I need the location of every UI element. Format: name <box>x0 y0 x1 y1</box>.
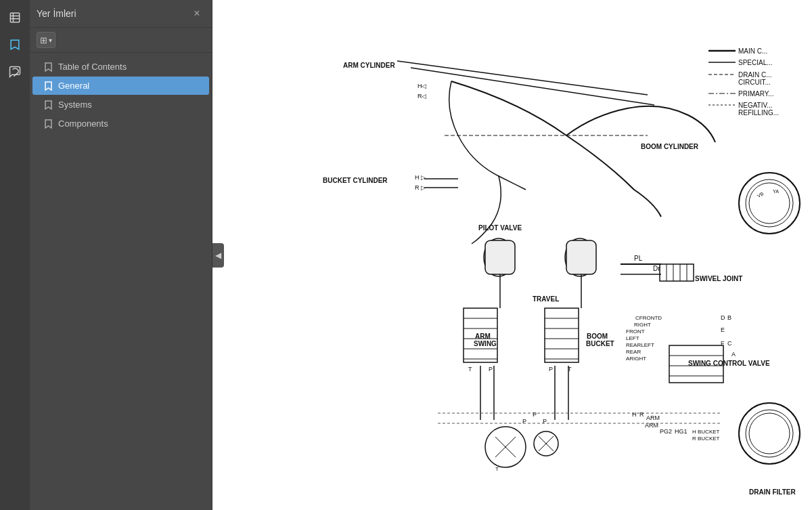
svg-text:VB: VB <box>757 191 765 198</box>
svg-rect-41 <box>485 240 515 274</box>
main-content: ◀ 2. HYDRAULIC SYSTEM DIAGRAM AUTOPDF.NE… <box>212 0 812 510</box>
layers-button[interactable] <box>3 5 27 30</box>
svg-text:BUCKET: BUCKET <box>586 340 614 347</box>
sidebar-item-toc[interactable]: Table of Contents <box>32 58 209 76</box>
svg-text:CIRCUIT...: CIRCUIT... <box>738 79 771 86</box>
svg-point-96 <box>749 183 790 224</box>
bookmark-icon-components <box>43 119 53 129</box>
svg-text:H ▷: H ▷ <box>415 174 426 181</box>
sidebar-header: Yer İmleri × <box>30 0 212 28</box>
svg-rect-0 <box>10 13 19 22</box>
svg-text:FRONT: FRONT <box>626 328 645 335</box>
svg-text:HG1: HG1 <box>675 428 687 435</box>
svg-text:DRAIN C...: DRAIN C... <box>738 71 771 79</box>
sidebar-item-label-toc: Table of Contents <box>58 62 127 72</box>
svg-text:REARLEFT: REARLEFT <box>626 342 654 348</box>
svg-text:R ▷: R ▷ <box>415 184 426 191</box>
svg-text:DRAIN FILTER: DRAIN FILTER <box>749 488 796 496</box>
bookmark-icon-general <box>43 81 53 91</box>
sidebar-item-components[interactable]: Components <box>32 114 209 133</box>
svg-text:CFRONTD: CFRONTD <box>635 315 662 321</box>
sidebar-item-systems[interactable]: Systems <box>32 95 209 114</box>
svg-text:P: P <box>522 418 526 425</box>
svg-text:MAIN C...: MAIN C... <box>738 47 767 55</box>
svg-point-100 <box>746 410 793 457</box>
svg-text:PILOT VALVE: PILOT VALVE <box>478 224 522 232</box>
attachments-button[interactable] <box>3 60 27 84</box>
svg-text:R◁: R◁ <box>418 93 427 100</box>
bookmark-icon-toc <box>43 62 53 72</box>
svg-text:PG2: PG2 <box>660 428 672 435</box>
svg-rect-72 <box>660 264 694 281</box>
svg-text:TRAVEL: TRAVEL <box>533 295 559 303</box>
sidebar-toolbar: ⊞ ▾ <box>30 28 212 53</box>
svg-text:REAR: REAR <box>626 349 641 355</box>
bookmark-icon-systems <box>43 100 53 110</box>
svg-text:H◁: H◁ <box>418 83 427 89</box>
svg-rect-42 <box>566 240 596 274</box>
svg-text:LEFT: LEFT <box>626 335 639 341</box>
svg-point-94 <box>739 173 800 234</box>
svg-text:NEGATIV...: NEGATIV... <box>738 102 773 109</box>
svg-text:BUCKET: BUCKET <box>698 435 720 442</box>
svg-text:ARIGHT: ARIGHT <box>626 356 646 362</box>
svg-text:H: H <box>692 429 696 435</box>
svg-text:P: P <box>533 411 537 418</box>
svg-text:R: R <box>692 435 696 442</box>
svg-text:ARM: ARM <box>646 415 660 421</box>
svg-point-95 <box>746 179 793 227</box>
sidebar-title: Yer İmleri <box>37 8 76 19</box>
svg-text:P: P <box>543 418 547 425</box>
collapse-sidebar-button[interactable]: ◀ <box>212 243 224 268</box>
svg-text:H: H <box>632 411 637 418</box>
svg-text:P: P <box>549 366 553 373</box>
left-toolbar <box>0 0 30 510</box>
svg-text:B: B <box>727 314 731 321</box>
sidebar-view-toggle[interactable]: ⊞ ▾ <box>37 32 55 48</box>
svg-text:F: F <box>721 340 725 347</box>
svg-text:T: T <box>468 366 472 373</box>
sidebar-item-label-general: General <box>58 81 89 91</box>
sidebar-items-list: Table of Contents General Systems Compon… <box>30 53 212 510</box>
svg-rect-49 <box>545 308 579 362</box>
svg-point-101 <box>749 413 790 454</box>
svg-text:SWIVEL JOINT: SWIVEL JOINT <box>695 275 742 282</box>
sidebar-close-button[interactable]: × <box>189 5 205 22</box>
svg-text:SWING: SWING <box>474 340 497 347</box>
svg-text:C: C <box>727 340 732 347</box>
svg-text:BOOM CYLINDER: BOOM CYLINDER <box>641 143 699 150</box>
bookmarks-button[interactable] <box>3 33 27 57</box>
sidebar-panel: Yer İmleri × ⊞ ▾ Table of Contents Gener… <box>30 0 212 510</box>
svg-text:D: D <box>721 314 725 321</box>
svg-text:BUCKET: BUCKET <box>698 429 720 435</box>
svg-line-34 <box>411 68 654 105</box>
svg-text:BOOM: BOOM <box>587 333 608 340</box>
svg-text:YA: YA <box>773 189 779 194</box>
svg-text:A: A <box>731 351 736 358</box>
hydraulic-diagram-svg: MAIN C... SPECIAL... DRAIN C... CIRCUIT.… <box>212 0 812 510</box>
svg-text:SPECIAL...: SPECIAL... <box>738 59 773 66</box>
svg-text:REFILLING...: REFILLING... <box>738 109 779 116</box>
svg-text:T: T <box>495 466 499 472</box>
svg-point-99 <box>739 403 800 464</box>
svg-text:BUCKET CYLINDER: BUCKET CYLINDER <box>323 177 388 184</box>
sidebar-item-general[interactable]: General <box>32 77 209 95</box>
svg-text:ARM CYLINDER: ARM CYLINDER <box>343 62 395 69</box>
svg-text:R: R <box>639 411 644 418</box>
svg-text:PL: PL <box>634 255 643 262</box>
svg-text:P: P <box>489 366 493 373</box>
svg-text:PRIMARY...: PRIMARY... <box>738 90 773 98</box>
svg-line-33 <box>397 61 648 95</box>
svg-text:E: E <box>721 326 725 333</box>
pdf-content-area[interactable]: 2. HYDRAULIC SYSTEM DIAGRAM AUTOPDF.NET … <box>212 0 812 510</box>
svg-text:RIGHT: RIGHT <box>634 322 651 328</box>
sidebar-item-label-systems: Systems <box>58 100 92 110</box>
sidebar-item-label-components: Components <box>58 119 108 129</box>
